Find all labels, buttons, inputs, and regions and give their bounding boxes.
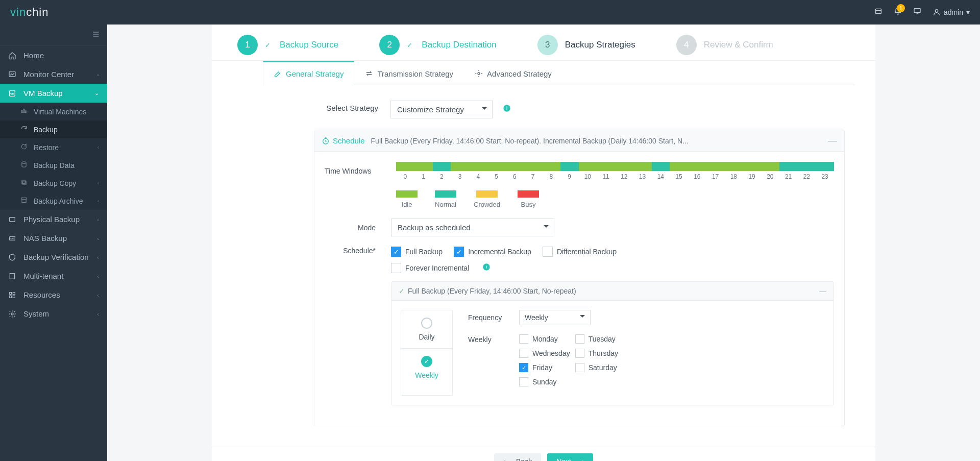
radio-icon — [421, 318, 432, 329]
checkbox-icon — [575, 349, 584, 358]
list-icon[interactable] — [874, 7, 883, 17]
nav-vm-backup[interactable]: VM VM Backup ⌄ — [0, 84, 107, 103]
step-label: Backup Strategies — [565, 40, 635, 50]
monitor-icon[interactable] — [913, 7, 921, 17]
back-button[interactable]: ⟵ Back — [494, 453, 541, 461]
nas-icon: NAS — [8, 234, 18, 242]
info-icon[interactable]: i — [482, 263, 491, 273]
frequency-dropdown[interactable]: Weekly — [519, 310, 591, 325]
time-windows-label: Time Windows — [325, 167, 381, 175]
svg-rect-23 — [10, 273, 14, 279]
gear-icon — [475, 69, 483, 78]
step-backup-source[interactable]: 1 ✓ Backup Source — [237, 35, 338, 55]
sidebar-toggle[interactable] — [0, 25, 107, 46]
sub-restore[interactable]: Restore‹ — [0, 138, 107, 156]
tenant-icon — [8, 272, 18, 280]
shield-icon — [8, 253, 18, 261]
schedule-summary: Full Backup (Every Friday, 14:46:00 Star… — [371, 137, 822, 145]
step-backup-strategies[interactable]: 3 Backup Strategies — [537, 35, 635, 55]
svg-text:i: i — [486, 264, 487, 270]
sub-label: Backup — [34, 126, 58, 134]
day-friday[interactable]: Friday — [519, 363, 570, 372]
checkbox-icon — [575, 334, 584, 344]
tw-tick: 13 — [633, 173, 652, 180]
sub-backup[interactable]: Backup — [0, 120, 107, 138]
edit-icon — [274, 70, 282, 78]
nav-nas-backup[interactable]: NAS NAS Backup ‹ — [0, 229, 107, 248]
tw-tick: 20 — [761, 173, 779, 180]
chk-full-backup[interactable]: Full Backup — [391, 247, 443, 257]
tw-tick: 17 — [706, 173, 725, 180]
chevron-icon: ‹ — [97, 273, 99, 279]
caret-icon — [482, 107, 487, 112]
tw-tick: 1 — [414, 173, 433, 180]
chevron-icon: ‹ — [97, 235, 99, 241]
checkbox-icon — [519, 377, 528, 386]
tw-segment — [798, 162, 816, 171]
tw-tick: 11 — [597, 173, 615, 180]
step-review-confirm[interactable]: 4 Review & Confirm — [676, 35, 773, 55]
collapse-icon[interactable]: — — [828, 135, 837, 146]
day-label: Friday — [532, 363, 552, 372]
day-tuesday[interactable]: Tuesday — [575, 334, 626, 344]
tw-segment — [633, 162, 652, 171]
nav-vm-sub: Virtual Machines Backup Restore‹ Backup … — [0, 103, 107, 210]
legend-crowded: Crowded — [474, 190, 500, 208]
frequency-label: Frequency — [468, 313, 509, 322]
tab-transmission[interactable]: Transmission Strategy — [354, 61, 464, 85]
nav-resources[interactable]: Resources ‹ — [0, 285, 107, 304]
svg-rect-13 — [23, 109, 24, 113]
tw-tick: 6 — [506, 173, 524, 180]
sub-backup-archive[interactable]: Backup Archive‹ — [0, 192, 107, 210]
database-icon — [20, 161, 30, 169]
checkbox-icon — [391, 247, 401, 257]
svg-rect-19 — [22, 199, 26, 202]
sub-backup-data[interactable]: Backup Data — [0, 156, 107, 174]
hamburger-icon — [92, 30, 100, 40]
select-strategy-dropdown[interactable]: Customize Strategy — [390, 101, 493, 118]
nav-verification[interactable]: Backup Verification ‹ — [0, 248, 107, 266]
tab-label: Transmission Strategy — [377, 69, 453, 78]
step-number: 2 — [379, 35, 400, 55]
svg-text:NAS: NAS — [10, 237, 15, 240]
day-monday[interactable]: Monday — [519, 334, 570, 344]
sub-virtual-machines[interactable]: Virtual Machines — [0, 103, 107, 120]
freq-tab-weekly[interactable]: Weekly — [401, 349, 452, 386]
tab-advanced[interactable]: Advanced Strategy — [464, 61, 562, 85]
nav-physical-backup[interactable]: Physical Backup ‹ — [0, 210, 107, 229]
chk-incremental[interactable]: Incremental Backup — [454, 247, 531, 257]
day-thursday[interactable]: Thursday — [575, 349, 626, 358]
nav-system[interactable]: System ‹ — [0, 304, 107, 323]
day-wednesday[interactable]: Wednesday — [519, 349, 570, 358]
checkbox-icon — [391, 263, 401, 273]
legend-busy: Busy — [518, 190, 539, 208]
chk-differential[interactable]: Differential Backup — [543, 247, 617, 257]
tab-label: Advanced Strategy — [487, 69, 552, 78]
user-menu[interactable]: admin ▾ — [933, 8, 970, 16]
nav-home[interactable]: Home — [0, 46, 107, 65]
check-icon: ✓ — [399, 287, 405, 295]
nav-multitenant[interactable]: Multi-tenant ‹ — [0, 266, 107, 285]
checkbox-icon — [543, 247, 553, 257]
mode-dropdown[interactable]: Backup as scheduled — [391, 219, 554, 236]
chevron-icon: ‹ — [97, 254, 99, 260]
next-button[interactable]: Next ⟶ — [547, 453, 593, 461]
tab-general[interactable]: General Strategy — [263, 61, 354, 85]
clock-icon — [322, 137, 330, 145]
tw-tick: 16 — [688, 173, 706, 180]
accordion-title: Full Backup (Every Friday, 14:46:00 Star… — [408, 287, 576, 295]
accordion-header[interactable]: ✓ Full Backup (Every Friday, 14:46:00 St… — [391, 282, 834, 301]
nav-monitor[interactable]: Monitor Center ‹ — [0, 65, 107, 84]
sidebar: Home Monitor Center ‹ VM VM Backup ⌄ Vir… — [0, 25, 107, 461]
bell-icon[interactable]: 1 — [894, 7, 902, 17]
collapse-icon[interactable]: — — [819, 287, 826, 295]
chk-forever-inc[interactable]: Forever Incremental — [391, 263, 469, 273]
day-sunday[interactable]: Sunday — [519, 377, 570, 386]
caret-icon — [544, 225, 549, 230]
schedule-header[interactable]: Schedule Full Backup (Every Friday, 14:4… — [314, 130, 844, 152]
day-saturday[interactable]: Saturday — [575, 363, 626, 372]
info-icon[interactable]: i — [503, 105, 511, 114]
freq-tab-daily[interactable]: Daily — [401, 310, 452, 349]
step-backup-destination[interactable]: 2 ✓ Backup Destination — [379, 35, 496, 55]
sub-backup-copy[interactable]: Backup Copy‹ — [0, 174, 107, 192]
